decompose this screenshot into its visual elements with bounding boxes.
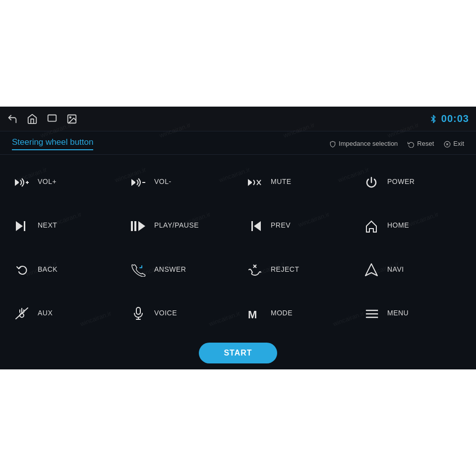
prev-button[interactable]: PREV: [238, 203, 355, 247]
top-bar-right: 00:03: [429, 113, 469, 124]
aux-button[interactable]: AUX: [5, 291, 121, 335]
app-container: wincairan.ir wincairan.ir wincairan.ir w…: [0, 107, 476, 369]
svg-marker-11: [248, 179, 252, 186]
power-button[interactable]: POWER: [355, 160, 471, 203]
svg-rect-20: [251, 221, 253, 231]
answer-button[interactable]: ANSWER: [121, 247, 238, 291]
navi-icon: [362, 261, 380, 277]
vol-plus-label: VOL+: [38, 178, 57, 185]
svg-marker-6: [15, 179, 19, 186]
reset-label: Reset: [417, 140, 434, 147]
power-icon: [362, 174, 380, 189]
start-button[interactable]: START: [199, 343, 277, 363]
reset-icon: [408, 140, 415, 148]
menu-label: MENU: [387, 309, 409, 317]
play-pause-icon: [129, 218, 147, 233]
nav-icons: [7, 114, 77, 124]
vol-plus-button[interactable]: VOL+: [5, 160, 121, 203]
vol-minus-label: VOL-: [154, 178, 172, 185]
exit-label: Exit: [453, 140, 464, 147]
mode-icon: M: [246, 305, 264, 320]
next-button[interactable]: NEXT: [5, 203, 121, 247]
svg-marker-19: [254, 221, 261, 231]
navi-button[interactable]: NAVI: [355, 247, 471, 291]
svg-text:M: M: [248, 308, 257, 320]
header-actions: Impedance selection Reset: [329, 140, 464, 148]
aux-label: AUX: [38, 309, 53, 317]
svg-marker-18: [138, 221, 145, 231]
svg-rect-17: [134, 221, 136, 231]
vol-minus-icon: [129, 174, 147, 189]
button-grid: VOL+ VOL-: [0, 155, 476, 340]
svg-rect-15: [24, 221, 25, 231]
next-label: NEXT: [38, 221, 57, 229]
content-area: Steering wheel button Impedance selectio…: [0, 131, 476, 369]
svg-rect-0: [48, 115, 57, 121]
reject-label: REJECT: [271, 265, 299, 273]
next-icon: [13, 218, 31, 233]
impedance-selection-action[interactable]: Impedance selection: [329, 140, 398, 148]
mode-label: MODE: [271, 309, 293, 317]
mute-button[interactable]: MUTE: [238, 160, 355, 203]
exit-action[interactable]: Exit: [444, 140, 464, 148]
top-bar: 00:03: [0, 107, 476, 131]
svg-point-36: [377, 309, 378, 311]
home-label: HOME: [387, 221, 409, 229]
header-row: Steering wheel button Impedance selectio…: [0, 131, 476, 155]
reject-icon: [246, 261, 264, 277]
svg-marker-23: [365, 264, 377, 276]
mute-icon: [246, 174, 264, 189]
aux-icon: [13, 305, 31, 320]
voice-label: VOICE: [154, 309, 177, 317]
prev-icon: [246, 218, 264, 233]
gallery-nav-icon[interactable]: [66, 114, 77, 124]
menu-icon: [362, 305, 380, 320]
power-label: POWER: [387, 178, 415, 185]
shield-icon: [329, 140, 336, 148]
play-pause-label: PLAY/PAUSE: [154, 221, 199, 229]
svg-point-37: [377, 313, 378, 314]
back-label: BACK: [38, 265, 58, 273]
home-button[interactable]: HOME: [355, 203, 471, 247]
svg-rect-29: [136, 307, 140, 314]
menu-button[interactable]: MENU: [355, 291, 471, 335]
mode-button[interactable]: M MODE: [238, 291, 355, 335]
home-nav-icon[interactable]: [27, 114, 38, 124]
impedance-label: Impedance selection: [339, 140, 398, 147]
bluetooth-icon: [429, 114, 437, 124]
voice-button[interactable]: VOICE: [121, 291, 238, 335]
vol-plus-icon: [13, 174, 31, 189]
prev-label: PREV: [271, 221, 291, 229]
svg-point-2: [69, 117, 71, 118]
svg-marker-9: [131, 179, 135, 186]
reset-action[interactable]: Reset: [408, 140, 434, 148]
play-pause-button[interactable]: PLAY/PAUSE: [121, 203, 238, 247]
back-button[interactable]: BACK: [5, 247, 121, 291]
mute-label: MUTE: [271, 178, 292, 185]
clock-display: 00:03: [441, 113, 469, 124]
svg-point-38: [377, 316, 378, 318]
start-button-row: START: [0, 340, 476, 369]
answer-label: ANSWER: [154, 265, 186, 273]
back-icon: [13, 261, 31, 277]
reject-button[interactable]: REJECT: [238, 247, 355, 291]
page-title: Steering wheel button: [12, 137, 93, 150]
voice-icon: [129, 305, 147, 320]
svg-rect-16: [131, 221, 133, 231]
exit-icon: [444, 140, 451, 148]
navi-label: NAVI: [387, 265, 404, 273]
window-nav-icon[interactable]: [47, 114, 58, 124]
back-nav-icon[interactable]: [7, 114, 18, 124]
vol-minus-button[interactable]: VOL-: [121, 160, 238, 203]
svg-marker-14: [16, 221, 23, 231]
answer-icon: [129, 261, 147, 277]
home-icon: [362, 218, 380, 233]
